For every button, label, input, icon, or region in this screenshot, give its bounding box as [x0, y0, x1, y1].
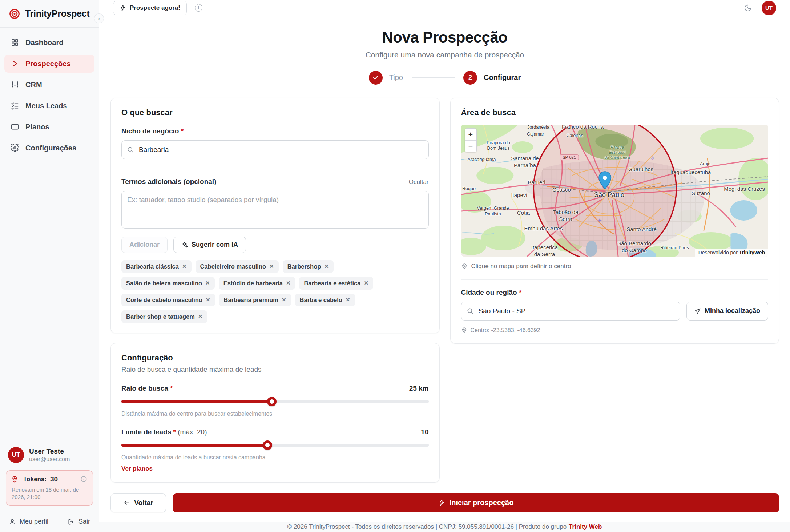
- kanban-icon: [11, 80, 19, 89]
- stepper: Tipo 2 Configurar: [110, 71, 779, 85]
- term-chip-label: Corte de cabelo masculino: [126, 297, 202, 303]
- term-chip-label: Barbearia clássica: [126, 263, 179, 270]
- term-chip: Barber shop e tatuagem✕: [121, 310, 207, 323]
- step-tipo-label: Tipo: [389, 73, 403, 82]
- term-chip-label: Barba e cabelo: [300, 297, 342, 303]
- step-tipo-circle: [369, 71, 383, 85]
- footer-brand-link[interactable]: Trinity Web: [569, 523, 602, 531]
- start-prospecting-button[interactable]: Iniciar prospecção: [173, 493, 779, 512]
- card-title: Área de busca: [461, 108, 769, 117]
- map-place-label: Franco da Rocha: [562, 125, 604, 130]
- remove-term-icon[interactable]: ✕: [206, 297, 210, 303]
- zoom-in-button[interactable]: +: [465, 129, 476, 140]
- map-place-label: Bom Jesus: [487, 146, 510, 151]
- my-location-button[interactable]: Minha localização: [686, 302, 768, 321]
- tokens-box: Tokens: 30 Renovam em 18 de mar. de 2026…: [6, 470, 93, 506]
- map-place-label: Pirapora do: [487, 140, 510, 145]
- term-chip-label: Barbershop: [287, 263, 321, 270]
- map-place-label: São Bernardo: [617, 240, 651, 246]
- map-place-label: da Cantareira: [605, 155, 630, 160]
- sidebar-item-prospeccoes[interactable]: Prospecções: [4, 55, 94, 73]
- arrow-left-icon: [123, 499, 130, 506]
- page-content: Nova Prospecção Configure uma nova campa…: [99, 16, 790, 522]
- sidebar-header: TrinityProspect: [0, 0, 99, 28]
- card-title: O que buscar: [121, 108, 429, 117]
- map-attribution: Desenvolvido por TrinityWeb: [695, 249, 768, 257]
- map-labels-layer: JordanésiaFranco da RochaCajamarCaieiras…: [461, 125, 769, 257]
- sidebar-item-planos[interactable]: Planos: [4, 118, 94, 136]
- zoom-out-button[interactable]: −: [465, 140, 476, 152]
- map-place-label: Cajamar: [527, 132, 544, 137]
- center-coordinates: Centro: -23.5383, -46.6392: [461, 327, 769, 334]
- logout-link[interactable]: Sair: [68, 518, 90, 525]
- city-input[interactable]: [461, 302, 680, 321]
- term-chip-label: Salão de beleza masculino: [126, 280, 202, 287]
- radius-slider[interactable]: [121, 397, 429, 406]
- suggest-with-ai-button[interactable]: Sugerir com IA: [173, 237, 246, 253]
- hide-terms-link[interactable]: Ocultar: [409, 178, 429, 186]
- user-email: user@user.com: [29, 456, 70, 463]
- sidebar-collapse-button[interactable]: ‹: [94, 13, 104, 23]
- prospect-now-button[interactable]: Prospecte agora!: [113, 1, 187, 15]
- sidebar-item-label: Dashboard: [25, 39, 63, 47]
- radius-slider-thumb[interactable]: [267, 397, 277, 406]
- play-icon: [11, 59, 19, 68]
- dark-mode-toggle-moon-icon[interactable]: [744, 4, 752, 12]
- map-place-label: do Campo: [622, 247, 647, 253]
- remove-term-icon[interactable]: ✕: [198, 313, 203, 320]
- view-plans-link[interactable]: Ver planos: [121, 465, 153, 472]
- leads-help-text: Quantidade máxima de leads a buscar nest…: [121, 454, 429, 461]
- gear-icon: [11, 144, 19, 152]
- lightning-icon: [120, 5, 126, 11]
- map-place-label: Estadual: [609, 150, 625, 154]
- remove-term-icon[interactable]: ✕: [364, 280, 368, 286]
- map-place-label: Serra: [559, 215, 572, 222]
- map[interactable]: ✈ ✈ JordanésiaFranco da RochaCajamarCaie…: [461, 125, 769, 257]
- user-avatar[interactable]: UT: [762, 1, 776, 15]
- remove-term-icon[interactable]: ✕: [346, 297, 350, 303]
- remove-term-icon[interactable]: ✕: [269, 263, 274, 270]
- search-icon: [467, 307, 474, 315]
- info-icon[interactable]: i: [195, 4, 202, 12]
- tokens-label: Tokens:: [23, 476, 47, 483]
- topbar: Prospecte agora! i UT: [99, 0, 790, 16]
- remove-term-icon[interactable]: ✕: [282, 297, 286, 303]
- map-place-label: Arujá: [700, 161, 710, 166]
- add-term-button[interactable]: Adicionar: [121, 237, 168, 253]
- what-to-search-card: O que buscar Nicho de negócio * Termos a…: [110, 98, 440, 333]
- leads-limit-label: Limite de leads * (máx. 20): [121, 428, 207, 436]
- map-place-label: Cotia: [517, 209, 530, 215]
- sidebar-item-label: Prospecções: [25, 60, 71, 68]
- remove-term-icon[interactable]: ✕: [205, 280, 210, 286]
- map-pin-icon: [461, 263, 468, 270]
- map-place-label: Parnaíba: [514, 162, 536, 168]
- tokens-renewal-text: Renovam em 18 de mar. de 2026, 21:00: [12, 486, 87, 501]
- remove-term-icon[interactable]: ✕: [182, 263, 187, 270]
- additional-terms-textarea[interactable]: [121, 191, 429, 229]
- term-chip: Estúdio de barbearia✕: [219, 277, 295, 290]
- back-button[interactable]: Voltar: [110, 493, 166, 512]
- sidebar-item-crm[interactable]: CRM: [4, 76, 94, 94]
- lightning-icon: [438, 499, 445, 506]
- map-place-label: Araçariguama: [468, 157, 496, 162]
- sidebar-item-dashboard[interactable]: Dashboard: [4, 33, 94, 52]
- term-chip-label: Estúdio de barbearia: [223, 280, 283, 287]
- term-chip: Barba e cabelo✕: [295, 294, 355, 306]
- credit-card-icon: [11, 122, 19, 131]
- sidebar-item-meus-leads[interactable]: Meus Leads: [4, 97, 94, 115]
- sidebar-item-configuracoes[interactable]: Configurações: [4, 139, 94, 157]
- search-icon: [127, 146, 134, 153]
- term-chip-list: Barbearia clássica✕Cabeleireiro masculin…: [121, 260, 429, 323]
- leads-slider-thumb[interactable]: [263, 440, 272, 450]
- map-place-label: Osasco: [552, 186, 571, 192]
- actions-row: Voltar Iniciar prospecção: [110, 483, 779, 512]
- info-icon[interactable]: [80, 476, 87, 483]
- remove-term-icon[interactable]: ✕: [324, 263, 329, 270]
- my-profile-link[interactable]: Meu perfil: [9, 518, 48, 525]
- leads-slider[interactable]: [121, 440, 429, 450]
- niche-input[interactable]: [121, 140, 429, 159]
- map-place-label: Taboão da: [553, 209, 578, 215]
- term-chip: Salão de beleza masculino✕: [121, 277, 215, 290]
- map-hint: Clique no mapa para definir o centro: [461, 263, 769, 270]
- remove-term-icon[interactable]: ✕: [286, 280, 291, 286]
